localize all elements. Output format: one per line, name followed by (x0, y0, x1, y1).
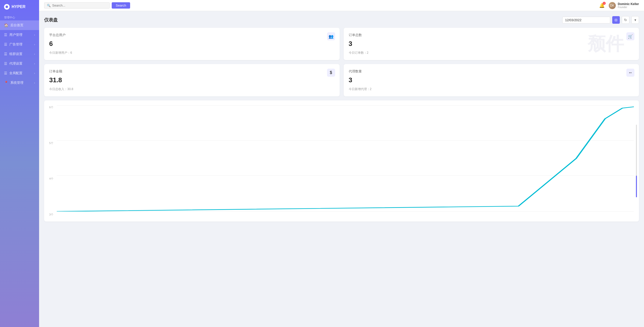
more-button[interactable]: ▾ (631, 16, 639, 24)
search-input[interactable] (52, 4, 103, 7)
scrollbar-thumb (636, 176, 637, 197)
stat-label-0: 平台总用户 (49, 33, 335, 37)
sidebar-icon-agents: ☰ (4, 62, 7, 66)
stat-sub-1: 今日订单数：2 (349, 51, 634, 55)
date-input[interactable] (562, 17, 610, 23)
header-right: 🔔 1 DK Dominic Keller Founder (599, 2, 639, 9)
user-info: Dominic Keller Founder (618, 2, 639, 9)
sidebar-item-home[interactable]: 🏠 后台首页 (0, 20, 39, 30)
layout-button[interactable]: ↻ (622, 16, 629, 24)
chart-y-label-2: 4个 (49, 177, 53, 181)
sidebar-label-global: 全局配置 (9, 71, 22, 75)
stat-card-1: 订单总数 3 今日订单数：2 🛒 颓件 (344, 28, 639, 60)
sidebar-item-ads[interactable]: ☰ 广告管理 › (0, 40, 39, 49)
stat-value-0: 6 (49, 40, 335, 48)
sidebar-item-left: 🏠 后台首页 (4, 23, 23, 28)
stat-label-1: 订单总数 (349, 33, 634, 37)
dashboard-header: 仪表盘 ⊟ ↻ ▾ (44, 16, 639, 24)
sidebar-item-users[interactable]: ☰ 用户管理 › (0, 30, 39, 40)
chart-svg (57, 105, 634, 211)
sidebar: HYPER 管理中心 🏠 后台首页 ☰ 用户管理 › ☰ 广告管理 › ☰ 组群… (0, 0, 39, 327)
sidebar-label-users: 用户管理 (9, 33, 22, 37)
main-area: 🔍 Search 🔔 1 DK Dominic Keller Founder 仪… (39, 0, 644, 327)
search-container: 🔍 Search (44, 2, 596, 9)
sidebar-item-agents[interactable]: ☰ 代理设置 › (0, 59, 39, 68)
stat-value-1: 3 (349, 40, 634, 48)
stat-sub-3: 今日新增代理：2 (349, 87, 634, 91)
notification-icon[interactable]: 🔔 1 (599, 3, 605, 8)
stat-sub-0: 今日新增用户：6 (49, 51, 335, 55)
content: 仪表盘 ⊟ ↻ ▾ 平台总用户 6 今日新增用户：6 👥 订单总数 3 今日订单… (39, 11, 644, 327)
sidebar-label-agents: 代理设置 (9, 61, 22, 66)
search-input-wrapper: 🔍 (44, 2, 110, 9)
sidebar-label-groups: 组群设置 (9, 52, 22, 56)
chart-y-labels: 6个5个4个3个 (49, 105, 53, 216)
stat-icon-1: 🛒 (626, 32, 634, 40)
stat-icon-2: $ (327, 69, 335, 77)
stat-sub-2: 今日总收入：30.8 (49, 87, 335, 91)
stat-icon-3: ↔ (626, 69, 634, 77)
sidebar-item-left: ☰ 代理设置 (4, 61, 22, 66)
sidebar-item-left: ☰ 用户管理 (4, 33, 22, 37)
sidebar-item-left: ☰ 组群设置 (4, 52, 22, 56)
search-icon: 🔍 (47, 4, 51, 7)
chevron-right-icon: › (34, 43, 35, 46)
sidebar-icon-global: ☰ (4, 71, 7, 75)
chevron-right-icon: › (34, 52, 35, 56)
sidebar-item-system[interactable]: 📍 系统管理 › (0, 78, 39, 88)
stat-card-2: 订单金额 31.8 今日总收入：30.8 $ (44, 64, 340, 96)
sidebar-section-label: 管理中心 (0, 14, 39, 20)
stat-card-3: 代理数量 3 今日新增代理：2 ↔ (344, 64, 639, 96)
page-title: 仪表盘 (44, 17, 58, 23)
sidebar-item-left: ☰ 广告管理 (4, 42, 22, 47)
search-button[interactable]: Search (112, 2, 130, 9)
chart-y-label-0: 6个 (49, 105, 53, 109)
chevron-right-icon: › (34, 81, 35, 84)
user-role: Founder (618, 6, 639, 9)
sidebar-icon-system: 📍 (4, 81, 8, 85)
sidebar-item-global[interactable]: ☰ 全局配置 › (0, 68, 39, 78)
stat-card-0: 平台总用户 6 今日新增用户：6 👥 (44, 28, 340, 60)
sidebar-item-groups[interactable]: ☰ 组群设置 › (0, 49, 39, 59)
user-profile[interactable]: DK Dominic Keller Founder (609, 2, 639, 9)
sidebar-label-system: 系统管理 (10, 80, 23, 85)
sidebar-icon-users: ☰ (4, 33, 7, 37)
chart-card: 6个5个4个3个 (44, 100, 639, 222)
notification-badge: 1 (603, 2, 606, 5)
sidebar-icon-groups: ☰ (4, 52, 7, 56)
user-name: Dominic Keller (618, 2, 639, 6)
sidebar-icon-home: 🏠 (4, 23, 8, 27)
stats-grid: 平台总用户 6 今日新增用户：6 👥 订单总数 3 今日订单数：2 🛒 颓件 订… (44, 28, 639, 96)
stat-icon-0: 👥 (327, 32, 335, 40)
chevron-right-icon: › (34, 33, 35, 36)
refresh-button[interactable]: ⊟ (612, 16, 620, 24)
logo-icon (4, 4, 10, 10)
sidebar-label-home: 后台首页 (10, 23, 23, 28)
chart-y-label-1: 5个 (49, 141, 53, 145)
sidebar-icon-ads: ☰ (4, 42, 7, 46)
sidebar-item-left: 📍 系统管理 (4, 80, 23, 85)
header: 🔍 Search 🔔 1 DK Dominic Keller Founder (39, 0, 644, 11)
chevron-right-icon: › (34, 72, 35, 75)
stat-label-2: 订单金额 (49, 69, 335, 74)
chart-y-label-3: 3个 (49, 213, 53, 216)
scrollbar-track[interactable] (636, 125, 637, 197)
stat-value-2: 31.8 (49, 76, 335, 84)
stat-label-3: 代理数量 (349, 69, 634, 74)
app-name: HYPER (12, 5, 25, 9)
dashboard-controls: ⊟ ↻ ▾ (562, 16, 639, 24)
sidebar-item-left: ☰ 全局配置 (4, 71, 22, 75)
avatar: DK (609, 2, 616, 9)
sidebar-label-ads: 广告管理 (9, 42, 22, 47)
chevron-right-icon: › (34, 62, 35, 65)
stat-value-3: 3 (349, 76, 634, 84)
app-logo: HYPER (0, 0, 39, 14)
